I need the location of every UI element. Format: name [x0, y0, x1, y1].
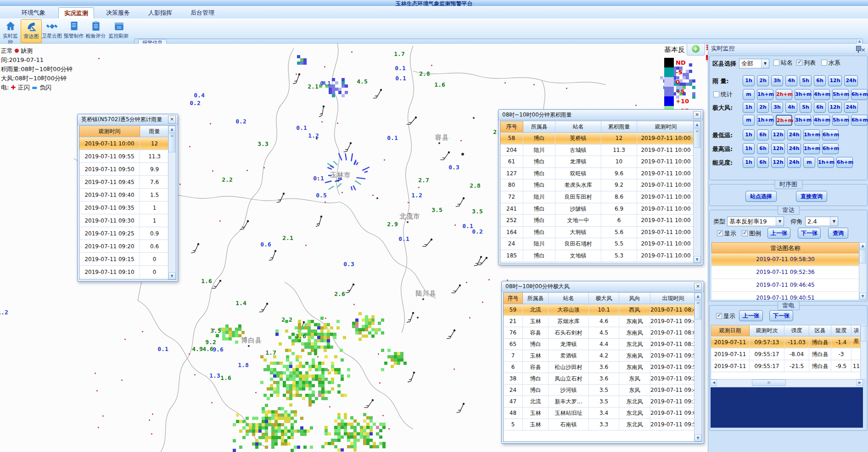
table-row[interactable]: 2019-07-11 09:457.6	[79, 176, 176, 189]
table-row[interactable]: 2019-07-1109:55:17-21.5博白县-9.511	[711, 360, 863, 372]
period-button-6h+m[interactable]: 6h+m	[851, 115, 868, 126]
close-icon[interactable]: ×	[861, 45, 866, 55]
table-row[interactable]: 58博白英桥镇122019-07-11 10:00	[500, 133, 701, 145]
table-row[interactable]: 47北流新丰大罗...3.5东北风2019-07-11 09:12	[504, 396, 702, 407]
table-row[interactable]: 2019-07-11 09:509.9	[79, 163, 176, 176]
period-button-5h[interactable]: 5h	[800, 75, 812, 86]
column-header-观测时间[interactable]: 观测时间	[79, 126, 140, 137]
column-header-站名[interactable]: 站名	[549, 293, 589, 304]
radar-legend-checkbox[interactable]	[742, 230, 748, 236]
table-row[interactable]: 72陆川良田车田村8.62019-07-11 10:00	[500, 191, 701, 203]
period-button-4h[interactable]: 4h	[785, 75, 797, 86]
period-button-1h+m[interactable]: 1h+m	[803, 143, 820, 154]
period-button-4h[interactable]: 4h	[785, 102, 797, 113]
period-button-1h[interactable]: 1h	[743, 143, 755, 154]
scroll-left-icon[interactable]: ◀	[711, 379, 717, 386]
table-row[interactable]: 24陆川良田石埇村5.52019-07-11 10:00	[500, 238, 701, 250]
period-button-1h+m[interactable]: 1h+m	[757, 115, 773, 126]
table-row[interactable]: 2019-07-1109:55:17-8.04博白县-3	[711, 348, 863, 360]
period-button-5h[interactable]: 5h	[800, 102, 812, 113]
table-row[interactable]: 2019-07-11 09:200.6	[79, 240, 176, 253]
period-button-2h[interactable]: 2h	[757, 102, 769, 113]
scroll-down-icon[interactable]: ▼	[859, 293, 866, 300]
table-row[interactable]: 21玉林苏烟水库4.6东南风2019-07-11 09:49	[504, 316, 702, 327]
period-button-1h[interactable]: 1h	[743, 129, 755, 140]
period-button-6h[interactable]: 6h	[757, 129, 769, 140]
table-row[interactable]: 5玉林石南镇3.3东北风2019-07-11 09:59	[504, 419, 702, 430]
period-button-1h[interactable]: 1h	[743, 102, 755, 113]
period-button-4h+m[interactable]: 4h+m	[813, 115, 830, 126]
period-button-1h+m[interactable]: 1h+m	[803, 129, 820, 140]
column-header-风向[interactable]: 风向	[619, 293, 650, 304]
period-button-1h+m[interactable]: 1h+m	[757, 89, 773, 100]
table-row[interactable]: 80博白老虎头水库9.22019-07-11 10:00	[500, 179, 701, 191]
period-button-24h[interactable]: 24h	[787, 129, 801, 140]
toolbar-button-检验评分[interactable]: 检验评分	[85, 19, 106, 42]
table-row[interactable]: 38博白凤山立石村3.6东风2019-07-11 09:26	[504, 373, 702, 385]
scroll-down-icon[interactable]: ▼	[694, 256, 700, 263]
station-select-button[interactable]: 站点选择	[745, 191, 777, 202]
scroll-thumb[interactable]: ≡	[694, 128, 700, 148]
radar-list-scrollbar[interactable]: ▲▼	[859, 242, 866, 300]
period-button-3h[interactable]: 3h	[771, 75, 783, 86]
column-header-陡度[interactable]: 陡度	[831, 325, 851, 336]
table-row[interactable]: 59北流大容山顶10.1西风2019-07-11 08:47	[504, 304, 702, 316]
table-row[interactable]: 65博白龙潭镇4.4东北风2019-07-11 08:34	[504, 339, 702, 350]
column-header-强度[interactable]: 强度	[784, 325, 809, 336]
period-button-6h+m[interactable]: 6h+m	[851, 89, 868, 100]
lightning-prev-button[interactable]: 上一张	[739, 310, 763, 321]
period-button-6h+m[interactable]: 6h+m	[822, 143, 839, 154]
table-row[interactable]: 2019-07-11 09:351	[79, 201, 176, 214]
column-header-序号[interactable]: 序号	[500, 121, 523, 133]
period-button-12h[interactable]: 12h	[771, 143, 785, 154]
period-button-m[interactable]: m	[743, 115, 755, 126]
scroll-up-icon[interactable]: ▲	[694, 293, 701, 300]
radar-type-select[interactable]: 基本反射率19▼	[727, 217, 784, 226]
menu-tab-3[interactable]: 决策服务	[101, 7, 135, 18]
period-button-24h[interactable]: 24h	[787, 143, 801, 154]
table-row[interactable]: 2019-07-11 09:5511.3	[79, 150, 176, 163]
table-row[interactable]: 252博白文地一中62019-07-11 10:00	[500, 215, 701, 227]
layer-站名-checkbox[interactable]	[773, 60, 779, 66]
period-button-6h+m[interactable]: 6h+m	[822, 129, 839, 140]
period-button-m[interactable]: m	[743, 89, 755, 100]
column-header-观测日期[interactable]: 观测日期	[711, 325, 750, 336]
column-header-所属县[interactable]: 所属县	[523, 293, 549, 304]
period-button-1h+m[interactable]: 1h+m	[818, 157, 834, 168]
period-button-1h[interactable]: 1h	[743, 75, 755, 86]
period-button-3h[interactable]: 3h	[771, 102, 783, 113]
lightning-hscrollbar[interactable]: ◀▶≡	[711, 379, 863, 386]
menu-tab-5[interactable]: 后台管理	[185, 7, 220, 18]
stat-checkbox[interactable]	[713, 91, 719, 97]
period-button-24h[interactable]: 24h	[844, 102, 858, 113]
rain5min-scrollbar[interactable]: ▲▼≡	[168, 126, 176, 279]
radar-next-button[interactable]: 下一张	[798, 228, 821, 239]
period-button-24h[interactable]: 24h	[844, 75, 858, 86]
table-row[interactable]: 48玉林玉林站旧址3.4东北风2019-07-11 09:09	[504, 407, 702, 419]
period-button-2h+m[interactable]: 2h+m	[776, 115, 792, 126]
table-row[interactable]: 204陆川古城镇11.32019-07-11 10:00	[500, 145, 701, 156]
period-button-12h[interactable]: 12h	[771, 129, 785, 140]
column-header-累积雨量[interactable]: 累积雨量	[601, 121, 637, 133]
period-button-6h[interactable]: 6h	[757, 157, 769, 168]
scroll-down-icon[interactable]: ▼	[694, 435, 701, 441]
period-button-3h+m[interactable]: 3h+m	[795, 115, 811, 126]
column-header-雨量[interactable]: 雨量	[140, 126, 169, 137]
table-row[interactable]: 61博白龙潭镇102019-07-11 10:00	[500, 156, 701, 168]
close-icon[interactable]: ×	[693, 111, 701, 119]
period-button-4h+m[interactable]: 4h+m	[813, 89, 830, 100]
menu-tab-1[interactable]: 环境气象	[16, 7, 51, 18]
column-header-站名[interactable]: 站名	[555, 121, 601, 133]
menu-tab-2[interactable]: 实况监测	[58, 7, 94, 18]
layer-列表-checkbox[interactable]	[796, 60, 802, 66]
scroll-up-icon[interactable]: ▲	[168, 126, 175, 133]
column-header-出现时间[interactable]: 出现时间	[650, 293, 696, 304]
table-row[interactable]: 6容县松山沙田村3.6东南风2019-07-11 09:59	[504, 362, 702, 373]
elevation-select[interactable]: 2.4▼	[805, 217, 838, 226]
layer-水系-checkbox[interactable]	[821, 60, 827, 66]
column-header-序号[interactable]: 序号	[504, 293, 523, 304]
table-row[interactable]: 2019-07-11 09:150	[79, 253, 176, 266]
period-button-12h[interactable]: 12h	[771, 157, 785, 168]
legend-zoom-button[interactable]: +	[687, 44, 705, 56]
rain5min-titlebar[interactable]: 英桥镇(N5702)逐5分钟累计雨量×	[78, 114, 178, 125]
